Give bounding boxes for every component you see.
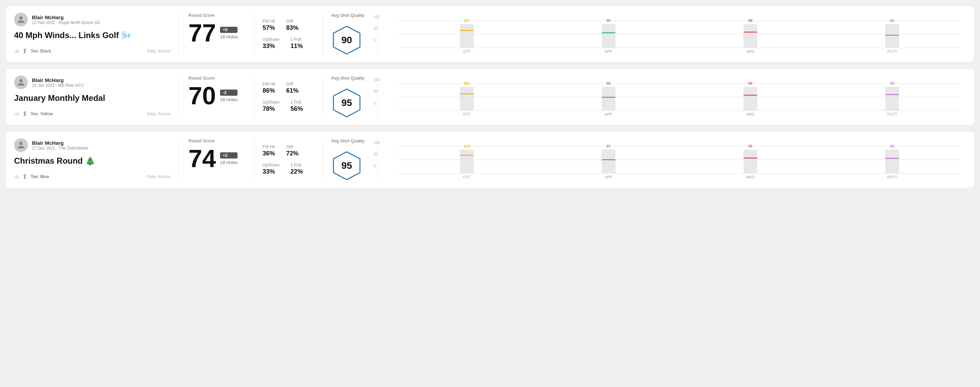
score-row: 74+218 Holes (188, 146, 244, 171)
up-down-label: Up/Down (262, 37, 279, 42)
score-value: 77 (188, 21, 216, 45)
up-down-value: 33% (262, 43, 279, 50)
stats-row-1: FW Hit57%GIR83% (262, 19, 314, 32)
up-down-value: 33% (262, 168, 279, 175)
tee-info: ☁️🏌️Tee: Yellow (14, 111, 53, 116)
one-putt-value: 22% (290, 168, 303, 175)
x-axis-label: OTT (399, 175, 535, 179)
fw-hit-label: FW Hit (262, 144, 275, 149)
stats-section: FW Hit86%GIR61%Up/Down78%1 Putt56% (255, 76, 323, 118)
hexagon-quality: 95 (331, 150, 362, 181)
avg-shot-quality-section: Avg Shot Quality90 (323, 13, 378, 56)
bag-icon: 🏌️ (22, 48, 28, 54)
round-left-section: Blair McHarg29 Jan 2022 · Mill Ride GCCJ… (14, 76, 179, 118)
holes-label: 18 Holes (220, 160, 237, 165)
bottom-info: ☁️🏌️Tee: BlackData: Arccos (14, 48, 170, 54)
bar-value-label: 99 (890, 81, 894, 86)
bar-chart: 100500101869699OTTAPPARGPUTT (386, 78, 961, 116)
fw-hit-stat: FW Hit57% (262, 19, 275, 32)
fw-hit-label: FW Hit (262, 19, 275, 24)
round-card-3: Blair McHarg27 Dec 2021 · The Oxfordshir… (5, 131, 975, 188)
chart-section: 100500110879593OTTAPPARGPUTT (378, 138, 966, 181)
bar-group-arg: 96 (682, 81, 819, 111)
avg-shot-quality-section: Avg Shot Quality95 (323, 138, 378, 181)
score-row: 70-218 Holes (188, 83, 244, 108)
x-axis-label: ARG (682, 112, 819, 116)
score-meta: +218 Holes (220, 152, 237, 165)
user-date: 27 Dec 2021 · The Oxfordshire (32, 146, 88, 151)
one-putt-value: 11% (290, 43, 303, 50)
round-score-section: Round Score77+518 Holes (179, 13, 255, 56)
round-card-2: Blair McHarg29 Jan 2022 · Mill Ride GCCJ… (5, 68, 975, 125)
tee-label: Tee: Blue (30, 174, 49, 179)
round-score-section: Round Score74+218 Holes (179, 138, 255, 181)
hexagon-quality: 90 (331, 25, 362, 56)
bar-value-label: 98 (748, 19, 752, 23)
x-axis-label: ARG (682, 175, 819, 179)
one-putt-label: 1 Putt (290, 37, 303, 42)
gir-label: GIR (286, 82, 299, 86)
hexagon-wrapper: 95 (331, 150, 362, 181)
x-axis-label: APP (540, 175, 676, 179)
up-down-label: Up/Down (262, 100, 279, 105)
avg-shot-quality-section: Avg Shot Quality95 (323, 76, 378, 118)
bar-value-label: 87 (606, 144, 611, 148)
stats-section: FW Hit36%GIR72%Up/Down33%1 Putt22% (255, 138, 323, 181)
score-badge: +2 (220, 152, 237, 159)
up-down-value: 78% (262, 105, 279, 113)
stats-section: FW Hit57%GIR83%Up/Down33%1 Putt11% (255, 13, 323, 56)
score-badge: +5 (220, 27, 237, 33)
data-source: Data: Arccos (147, 49, 170, 54)
x-axis-label: APP (540, 112, 676, 116)
one-putt-label: 1 Putt (290, 163, 303, 167)
round-left-section: Blair McHarg12 Feb 2022 · Royal North De… (14, 13, 179, 56)
y-axis: 100500 (374, 78, 380, 105)
stats-row-1: FW Hit86%GIR61% (262, 82, 314, 94)
round-score-label: Round Score (188, 13, 244, 18)
bar-value-label: 101 (463, 81, 469, 86)
one-putt-stat: 1 Putt22% (290, 163, 303, 175)
round-card-1: Blair McHarg12 Feb 2022 · Royal North De… (5, 5, 975, 63)
gir-label: GIR (286, 19, 299, 24)
fw-hit-stat: FW Hit36% (262, 144, 275, 157)
gir-value: 72% (286, 150, 299, 157)
gir-label: GIR (286, 144, 299, 149)
bar-chart: 100500107959882OTTAPPARGPUTT (386, 15, 961, 54)
y-axis: 100500 (374, 15, 380, 43)
x-axis-label: ARG (682, 49, 819, 54)
bar-group-putt: 82 (824, 19, 961, 48)
user-info: Blair McHarg27 Dec 2021 · The Oxfordshir… (14, 138, 170, 152)
quality-label: Avg Shot Quality (331, 13, 364, 18)
bottom-info: ☁️🏌️Tee: YellowData: Arccos (14, 111, 170, 116)
bar-group-app: 87 (540, 144, 676, 174)
tee-label: Tee: Black (30, 48, 51, 54)
bar-value-label: 107 (463, 19, 469, 23)
x-axis-label: PUTT (824, 49, 961, 54)
user-date: 29 Jan 2022 · Mill Ride GCC (32, 83, 84, 88)
bar-group-ott: 101 (399, 81, 535, 111)
bar-group-ott: 107 (399, 19, 535, 48)
avatar (14, 13, 28, 26)
data-source: Data: Arccos (147, 111, 170, 116)
holes-label: 18 Holes (220, 34, 237, 40)
stats-row-1: FW Hit36%GIR72% (262, 144, 314, 157)
data-source: Data: Arccos (147, 174, 170, 179)
round-score-section: Round Score70-218 Holes (179, 76, 255, 118)
bar-value-label: 96 (748, 81, 752, 86)
x-axis-label: APP (540, 49, 676, 54)
hexagon-wrapper: 95 (331, 87, 362, 118)
weather-icon: ☁️ (14, 48, 19, 54)
one-putt-stat: 1 Putt56% (290, 100, 303, 113)
bag-icon: 🏌️ (22, 174, 28, 179)
holes-label: 18 Holes (220, 97, 237, 102)
gir-value: 83% (286, 24, 299, 32)
bar-group-app: 86 (540, 81, 676, 111)
user-name: Blair McHarg (32, 140, 88, 146)
score-value: 74 (188, 146, 216, 171)
round-left-section: Blair McHarg27 Dec 2021 · The Oxfordshir… (14, 138, 179, 181)
quality-label: Avg Shot Quality (331, 76, 364, 81)
bar-chart: 100500110879593OTTAPPARGPUTT (386, 141, 961, 179)
gir-stat: GIR61% (286, 82, 299, 94)
stats-row-2: Up/Down78%1 Putt56% (262, 100, 314, 113)
avatar (14, 138, 28, 152)
